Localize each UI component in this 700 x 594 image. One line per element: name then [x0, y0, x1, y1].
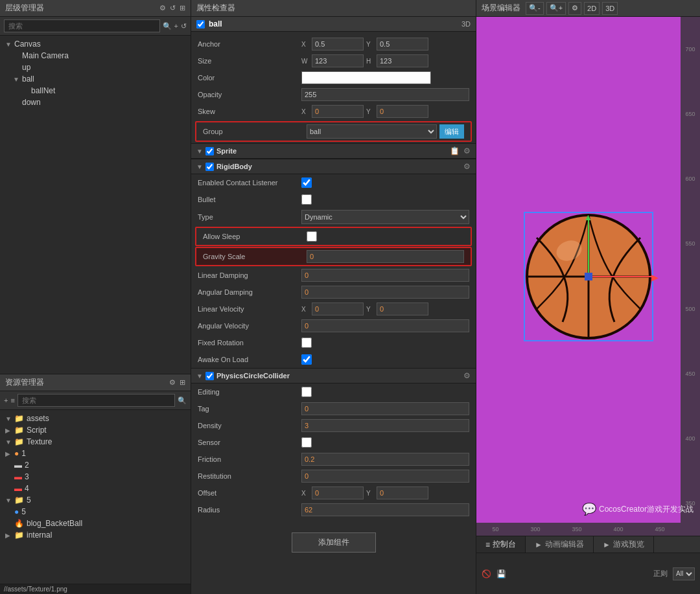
asset-settings-icon[interactable]: ⚙: [169, 378, 176, 387]
scene-settings-button[interactable]: ⚙: [568, 2, 581, 15]
asset-item-t4[interactable]: ▬ 4: [0, 483, 191, 494]
tag-input[interactable]: [301, 402, 469, 415]
angular-damping-input[interactable]: [301, 286, 469, 299]
asset-item-t5b[interactable]: ● 5: [0, 506, 191, 518]
rigidbody-enabled-checkbox[interactable]: [205, 163, 214, 171]
asset-item-t1[interactable]: ▶ ● 1: [0, 448, 191, 459]
physics-circle-collider-header[interactable]: ▼ PhysicsCircleCollider ⚙: [191, 368, 476, 383]
sprite-copy-icon[interactable]: 📋: [450, 146, 460, 155]
console-save-button[interactable]: 💾: [496, 569, 506, 578]
physics-gear-icon[interactable]: ⚙: [463, 371, 471, 380]
radius-input[interactable]: [301, 503, 469, 516]
tab-console[interactable]: ≡ 控制台: [476, 536, 526, 553]
skew-x-input[interactable]: [312, 105, 364, 118]
node-enabled-checkbox[interactable]: [196, 20, 205, 29]
tree-item-down[interactable]: down: [0, 97, 191, 108]
asset-list-icon[interactable]: ≡: [10, 396, 14, 404]
awake-on-load-label: Awake On Load: [198, 356, 301, 363]
asset-expand-icon[interactable]: ⊞: [180, 378, 185, 387]
asset-item-t3[interactable]: ▬ 3: [0, 471, 191, 483]
anchor-value: X Y: [301, 38, 469, 51]
opacity-value: [301, 88, 469, 101]
density-input[interactable]: [301, 419, 469, 432]
tree-item-main-camera[interactable]: Main Camera: [0, 50, 191, 62]
expand-icon[interactable]: ⊞: [180, 4, 185, 12]
asset-item-script[interactable]: ▶ 📁 Script: [0, 424, 191, 436]
opacity-input[interactable]: [301, 88, 469, 101]
restitution-input[interactable]: [301, 470, 469, 483]
skew-label: Skew: [198, 108, 301, 115]
fixed-rotation-row: Fixed Rotation: [191, 334, 476, 351]
linear-damping-input[interactable]: [301, 269, 469, 282]
enabled-contact-listener-checkbox[interactable]: [301, 177, 312, 188]
linear-velocity-y-input[interactable]: [377, 303, 428, 315]
scene-2d-button[interactable]: 2D: [584, 2, 600, 15]
asset-item-assets[interactable]: ▼ 📁 assets: [0, 413, 191, 424]
group-select[interactable]: ball: [307, 124, 437, 139]
tab-preview[interactable]: ► 游戏预览: [594, 536, 654, 553]
layer-plus-icon[interactable]: +: [174, 22, 178, 30]
scene-canvas[interactable]: ▶ ▲ 700 650 600 550 500 450: [476, 17, 700, 536]
bullet-checkbox[interactable]: [301, 194, 312, 205]
size-w-input[interactable]: [312, 54, 364, 67]
add-component-button[interactable]: 添加组件: [292, 532, 376, 553]
friction-input[interactable]: [301, 453, 469, 466]
gravity-scale-input[interactable]: [307, 250, 464, 263]
asset-plus-icon[interactable]: +: [4, 396, 8, 404]
linear-velocity-label: Linear Velocity: [198, 305, 301, 313]
console-filter-select[interactable]: All: [673, 567, 695, 580]
layer-refresh-icon[interactable]: ↺: [181, 22, 187, 30]
console-clear-button[interactable]: 🚫: [482, 569, 491, 578]
group-edit-button[interactable]: 编辑: [439, 124, 464, 139]
angular-velocity-input[interactable]: [301, 319, 469, 332]
awake-on-load-checkbox[interactable]: [301, 354, 312, 365]
skew-y-input[interactable]: [377, 105, 428, 118]
tree-item-canvas[interactable]: ▼ Canvas: [0, 38, 191, 50]
asset-item-blog[interactable]: 🔥 blog_BacketBall: [0, 518, 191, 529]
asset-item-internal[interactable]: ▶ 📁 internal: [0, 529, 191, 541]
sensor-checkbox[interactable]: [301, 437, 312, 448]
radius-value: [301, 503, 469, 516]
asset-item-texture[interactable]: ▼ 📁 Texture: [0, 436, 191, 448]
rigidbody-gear-icon[interactable]: ⚙: [463, 162, 471, 171]
zoom-out-button[interactable]: 🔍-: [526, 2, 544, 15]
asset-item-t5[interactable]: ▼ 📁 5: [0, 494, 191, 506]
sprite-section-header[interactable]: ▼ Sprite 📋 ⚙: [191, 143, 476, 159]
texture-folder-icon: 📁: [14, 437, 24, 446]
allow-sleep-checkbox[interactable]: [307, 231, 317, 242]
zoom-in-button[interactable]: 🔍+: [546, 2, 566, 15]
color-picker[interactable]: [301, 71, 431, 84]
tree-item-ballnet[interactable]: ballNet: [0, 85, 191, 97]
asset-search-input[interactable]: [18, 394, 175, 407]
tree-item-up[interactable]: up: [0, 62, 191, 73]
up-label: up: [22, 63, 30, 72]
anchor-y-input[interactable]: [377, 38, 428, 51]
rigidbody-section-header[interactable]: ▼ RigidBody ⚙: [191, 159, 476, 174]
asset-manager-header: 资源管理器 ⚙ ⊞: [0, 374, 191, 391]
settings-icon[interactable]: ⚙: [159, 4, 166, 12]
assets-folder-icon: 📁: [14, 414, 24, 423]
tree-item-ball[interactable]: ▼ ball: [0, 73, 191, 85]
sprite-gear-icon[interactable]: ⚙: [463, 146, 471, 155]
size-h-input[interactable]: [377, 54, 428, 67]
physics-circle-collider-checkbox[interactable]: [205, 372, 214, 380]
type-select[interactable]: Dynamic: [301, 210, 469, 224]
asset-item-t2[interactable]: ▬ 2: [0, 459, 191, 471]
scene-3d-button[interactable]: 3D: [602, 2, 618, 15]
anchor-x-input[interactable]: [312, 38, 364, 51]
editing-checkbox[interactable]: [301, 387, 312, 397]
layer-search-icon[interactable]: 🔍: [163, 22, 172, 30]
sensor-label: Sensor: [198, 439, 301, 446]
asset-search-icon[interactable]: 🔍: [178, 396, 187, 405]
fixed-rotation-checkbox[interactable]: [301, 337, 312, 348]
refresh-icon[interactable]: ↺: [170, 4, 176, 12]
layer-search-input[interactable]: [4, 19, 160, 32]
scene-editor-title: 场景编辑器: [482, 3, 520, 14]
tab-animation[interactable]: ► 动画编辑器: [526, 536, 594, 553]
ruler-50: 50: [492, 526, 498, 532]
ball-game-object[interactable]: ▶ ▲: [524, 212, 653, 341]
offset-y-input[interactable]: [377, 486, 428, 499]
sprite-enabled-checkbox[interactable]: [205, 147, 214, 155]
offset-x-input[interactable]: [312, 486, 364, 499]
linear-velocity-x-input[interactable]: [312, 303, 364, 315]
